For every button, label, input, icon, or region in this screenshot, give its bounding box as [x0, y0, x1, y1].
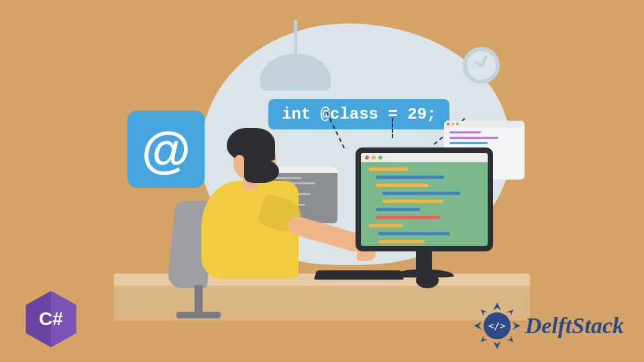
svg-marker-7	[506, 310, 513, 316]
editor-code-lines	[369, 168, 480, 246]
illustration-scene: @ int @class = 29;	[114, 20, 530, 342]
at-symbol-card: @	[127, 111, 205, 188]
lamp-cord	[294, 20, 297, 57]
svg-marker-8	[480, 335, 487, 342]
developer-person	[201, 124, 376, 325]
svg-marker-2	[493, 302, 501, 310]
svg-marker-9	[506, 335, 513, 342]
delftstack-emblem-icon: </>	[473, 302, 521, 350]
csharp-logo-text: C#	[39, 308, 63, 330]
at-symbol-icon: @	[142, 121, 191, 178]
svg-marker-4	[474, 322, 482, 330]
svg-marker-5	[513, 322, 521, 330]
wall-clock-icon	[463, 47, 500, 84]
delftstack-logo: </> DelftStack	[473, 302, 624, 350]
delftstack-logo-text: DelftStack	[525, 313, 624, 339]
connector-line	[392, 118, 393, 138]
csharp-logo: C#	[25, 291, 76, 347]
svg-marker-6	[480, 310, 487, 316]
svg-marker-3	[493, 341, 501, 349]
monitor	[356, 147, 493, 288]
delftstack-code-glyph: </>	[484, 312, 511, 339]
